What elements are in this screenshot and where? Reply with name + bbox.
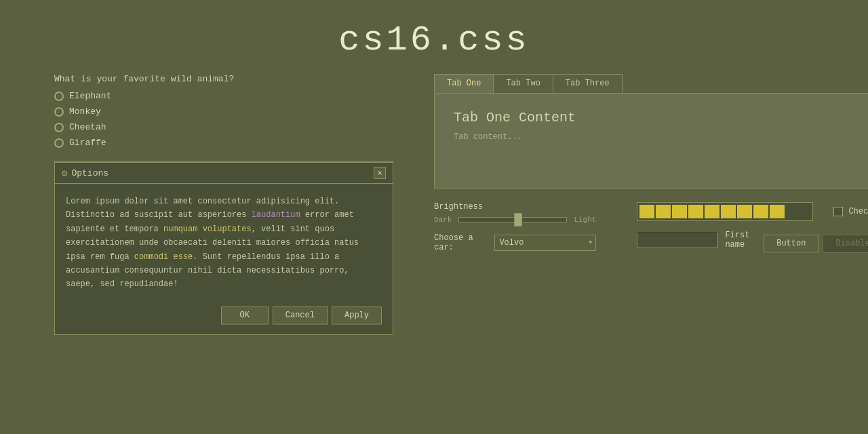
dialog-title-text: Options: [71, 168, 108, 178]
slider-container: Dark Light: [434, 216, 596, 224]
progress-seg-6: [721, 205, 736, 218]
gear-icon: ⚙: [62, 167, 67, 179]
first-name-label: First name: [725, 231, 750, 250]
cancel-button[interactable]: Cancel: [273, 307, 328, 325]
right-column: Tab One Tab Two Tab Three Tab One Conten…: [434, 74, 868, 262]
progress-seg-3: [672, 205, 687, 218]
main-button[interactable]: Button: [764, 235, 818, 253]
progress-seg-5: [705, 205, 719, 218]
apply-button[interactable]: Apply: [332, 307, 382, 325]
radio-giraffe[interactable]: [54, 138, 64, 148]
car-select-row: Choose a car: Volvo Saab Mercedes Audi: [434, 233, 596, 252]
tab-two[interactable]: Tab Two: [493, 74, 553, 93]
progress-seg-9: [770, 205, 785, 218]
tab-three[interactable]: Tab Three: [553, 74, 623, 93]
radio-monkey[interactable]: [54, 107, 64, 117]
brightness-label: Brightness: [434, 202, 596, 212]
tab-list: Tab One Tab Two Tab Three: [434, 74, 868, 94]
radio-item-elephant[interactable]: Elephant: [54, 91, 393, 101]
car-select[interactable]: Volvo Saab Mercedes Audi: [494, 235, 596, 251]
radio-elephant[interactable]: [54, 92, 64, 101]
radio-group: What is your favorite wild animal? Eleph…: [54, 74, 393, 148]
brightness-section: Brightness Dark Light: [434, 202, 596, 224]
progress-seg-1: [639, 205, 654, 218]
dialog-body-text: Lorem ipsum dolor sit amet consectetur a…: [66, 195, 382, 292]
tabs-container: Tab One Tab Two Tab Three Tab One Conten…: [434, 74, 868, 189]
radio-item-giraffe[interactable]: Giraffe: [54, 138, 393, 148]
page-header: cs16.css: [0, 0, 868, 74]
radio-label-cheetah: Cheetah: [69, 122, 106, 132]
car-select-wrapper[interactable]: Volvo Saab Mercedes Audi: [494, 235, 596, 251]
radio-group-question: What is your favorite wild animal?: [54, 74, 393, 84]
checkbox-row: Checkbox: [833, 207, 868, 216]
brightness-slider[interactable]: [458, 217, 567, 222]
light-label: Light: [574, 216, 596, 224]
radio-item-monkey[interactable]: Monkey: [54, 106, 393, 117]
ok-button[interactable]: OK: [221, 307, 269, 325]
tab-content-panel: Tab One Content Tab content...: [434, 94, 868, 189]
disabled-button: Disabled: [823, 235, 868, 253]
dialog-footer: OK Cancel Apply: [55, 300, 393, 334]
dialog-titlebar: ⚙ Options ×: [55, 163, 393, 184]
radio-cheetah[interactable]: [54, 123, 64, 132]
dark-label: Dark: [434, 216, 452, 224]
tab-content-title: Tab One Content: [454, 110, 868, 125]
checkbox-input[interactable]: [833, 207, 843, 216]
dialog-close-button[interactable]: ×: [374, 167, 386, 179]
progress-bar: [637, 202, 813, 221]
first-name-input[interactable]: [637, 232, 718, 248]
dialog-title-area: ⚙ Options: [62, 167, 108, 179]
brightness-car-section: Brightness Dark Light Choose a car: Volv…: [434, 202, 596, 262]
radio-label-elephant: Elephant: [69, 91, 111, 101]
radio-label-giraffe: Giraffe: [69, 138, 106, 148]
left-column: What is your favorite wild animal? Eleph…: [54, 74, 393, 335]
right-controls: Checkbox First name Button Disabled: [637, 202, 868, 256]
first-name-row: First name: [637, 231, 750, 250]
buttons-row: Button Disabled: [764, 235, 868, 253]
progress-seg-4: [688, 205, 703, 218]
tab-one[interactable]: Tab One: [434, 74, 494, 93]
options-dialog: ⚙ Options × Lorem ipsum dolor sit amet c…: [54, 161, 393, 335]
car-select-label: Choose a car:: [434, 233, 488, 252]
checkbox-label: Checkbox: [848, 207, 868, 216]
progress-seg-7: [737, 205, 752, 218]
progress-seg-2: [656, 205, 671, 218]
progress-seg-8: [753, 205, 768, 218]
radio-item-cheetah[interactable]: Cheetah: [54, 122, 393, 132]
page-title: cs16.css: [0, 20, 868, 60]
tab-content-text: Tab content...: [454, 132, 868, 142]
dialog-body: Lorem ipsum dolor sit amet consectetur a…: [55, 184, 393, 300]
radio-label-monkey: Monkey: [69, 106, 101, 117]
